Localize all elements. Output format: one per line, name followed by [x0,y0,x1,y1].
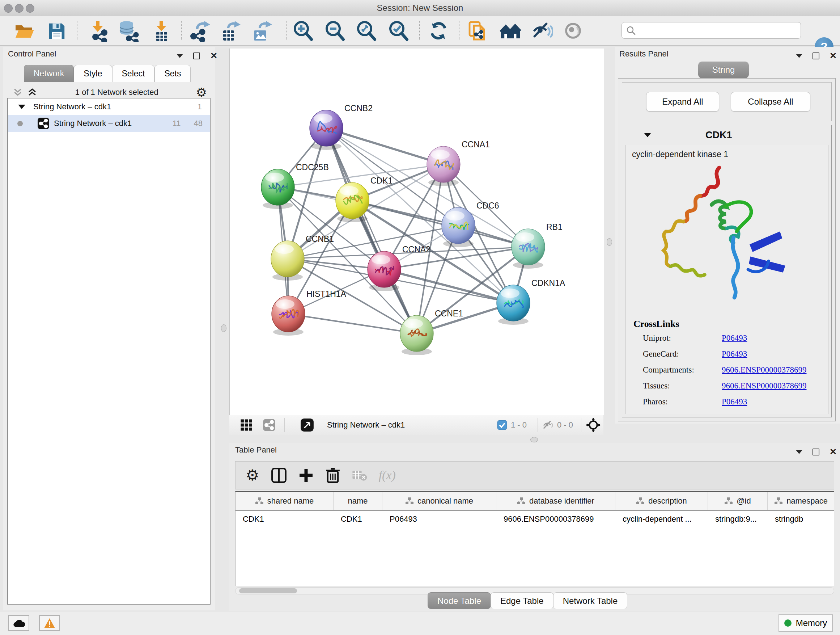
tab-select[interactable]: Select [112,65,155,82]
import-network-from-file-button[interactable] [82,20,113,42]
right-splitter-handle[interactable] [607,238,612,246]
panel-float-icon[interactable] [813,448,819,455]
export-image-button[interactable] [247,20,277,42]
crosslink-label: Compartments: [643,365,722,375]
show-columns-icon[interactable] [271,467,287,483]
column-header-name[interactable]: name [333,492,382,510]
network-row[interactable]: String Network – cdk1 11 48 [8,115,210,132]
birdseye-toggle[interactable] [300,415,314,435]
table-panel-title: Table Panel [235,445,277,455]
collapse-all-chevrons-icon[interactable] [12,87,23,98]
tab-network[interactable]: Network [24,65,74,82]
panel-menu-icon[interactable] [796,450,802,454]
graph-node-label-CCNA2: CCNA2 [402,245,431,254]
network-options-gear-icon[interactable]: ⚙ [196,86,207,98]
tab-network-table[interactable]: Network Table [553,592,628,609]
tab-sets[interactable]: Sets [155,65,191,82]
clone-network-button[interactable] [463,20,493,42]
graph-node-CCNB2[interactable]: CCNB2 [309,103,373,150]
search-input[interactable] [638,25,801,35]
column-header-shared-name[interactable]: shared name [235,492,333,510]
zoom-out-icon [325,21,346,42]
search-icon [626,26,636,35]
save-session-button[interactable] [42,20,72,42]
zoom-out-button[interactable] [320,20,350,42]
column-header--id[interactable]: @id [708,492,767,510]
graph-node-label-CCNB1: CCNB1 [306,234,334,244]
tab-edge-table[interactable]: Edge Table [491,592,554,609]
zoom-in-button[interactable] [288,20,318,42]
zoom-selected-button[interactable] [384,20,414,42]
graph-node-CDC6[interactable]: CDC6 [442,201,499,247]
entry-expand-icon[interactable] [644,133,651,137]
panel-close-icon[interactable]: ✕ [829,448,837,456]
collapse-all-button[interactable]: Collapse All [731,92,810,111]
graph-node-HIST1H1A[interactable]: HIST1H1A [272,289,347,336]
graph-node-RB1[interactable]: RB1 [512,222,562,269]
first-neighbors-button[interactable] [495,20,526,42]
open-session-button[interactable] [9,20,40,42]
control-panel-tabs: Network Style Select Sets [24,65,191,82]
apply-layout-button[interactable] [423,20,454,42]
tab-style[interactable]: Style [74,65,112,82]
export-table-button[interactable] [215,20,246,42]
protein-entry-content: cyclin-dependent kinase 1 [625,145,829,414]
column-header-canonical-name[interactable]: canonical name [382,492,496,510]
left-splitter-handle[interactable] [221,325,226,332]
protein-entry-header[interactable]: CDK1 [622,125,831,145]
column-header-description[interactable]: description [615,492,708,510]
network-graph[interactable]: CCNB2CCNA1CDC25BCDK1CDC6RB1CCNB1CCNA2CDK… [230,49,604,415]
memory-button[interactable]: Memory [778,614,833,632]
network-collection-row[interactable]: String Network – cdk1 1 [8,98,210,115]
crosslink-link[interactable]: 9606.ENSP00000378699 [722,381,807,391]
table-options-gear-icon[interactable]: ⚙ [246,468,259,483]
show-all-button[interactable] [559,20,589,42]
panel-menu-icon[interactable] [177,54,183,58]
tab-string[interactable]: String [698,62,749,78]
import-network-icon [87,20,109,42]
view-network-toggle[interactable] [263,415,276,435]
expand-all-button[interactable]: Expand All [646,92,719,111]
table-tabs: Node Table Edge Table Network Table [428,592,627,609]
export-network-button[interactable] [184,20,215,42]
table-row[interactable]: CDK1CDK1P064939606.ENSP00000378699cyclin… [235,511,834,527]
crosslink-link[interactable]: P06493 [722,333,747,343]
graph-node-CDKN1A[interactable]: CDKN1A [497,279,565,325]
expand-all-chevrons-icon[interactable] [27,87,38,98]
crosslink-link[interactable]: P06493 [722,397,747,407]
panel-close-icon[interactable]: ✕ [210,51,218,60]
column-header-namespace[interactable]: namespace [767,492,834,510]
collection-count: 1 [197,102,202,111]
crosslink-row: Uniprot:P06493 [625,330,828,346]
view-grid-toggle[interactable] [240,415,253,435]
panel-close-icon[interactable]: ✕ [829,51,837,60]
cloud-icon [12,618,25,628]
add-column-icon[interactable] [298,468,314,483]
graph-node-CDC25B[interactable]: CDC25B [261,163,329,209]
save-icon [47,21,66,41]
hide-selected-button[interactable] [527,20,557,42]
center-view-button[interactable] [586,415,600,435]
import-network-from-database-button[interactable] [113,20,143,42]
crosslink-link[interactable]: P06493 [722,349,747,359]
column-header-database-identifier[interactable]: database identifier [496,492,615,510]
crosslink-link[interactable]: 9606.ENSP00000378699 [722,365,807,375]
tab-node-table[interactable]: Node Table [428,592,491,609]
delete-column-icon[interactable] [325,467,340,483]
cloud-status-button[interactable] [8,615,29,631]
panel-float-icon[interactable] [193,52,200,59]
hidden-count-indicator[interactable]: 0 - 0 [543,415,573,435]
graph-node-label-CCNA1: CCNA1 [462,140,490,149]
fit-content-button[interactable] [351,20,382,42]
selected-count-indicator[interactable]: 1 - 0 [497,415,527,435]
import-table-from-file-button[interactable] [146,20,177,42]
hidden-count: 0 - 0 [557,420,573,430]
network-view-canvas[interactable]: CCNB2CCNA1CDC25BCDK1CDC6RB1CCNB1CCNA2CDK… [229,49,604,415]
panel-menu-icon[interactable] [796,54,802,58]
collection-expand-icon[interactable] [18,105,25,109]
warnings-button[interactable] [39,615,60,631]
scrollbar-thumb[interactable] [239,588,297,593]
search-field[interactable] [622,22,801,39]
panel-float-icon[interactable] [813,52,819,59]
horizontal-splitter-handle[interactable] [531,437,538,442]
